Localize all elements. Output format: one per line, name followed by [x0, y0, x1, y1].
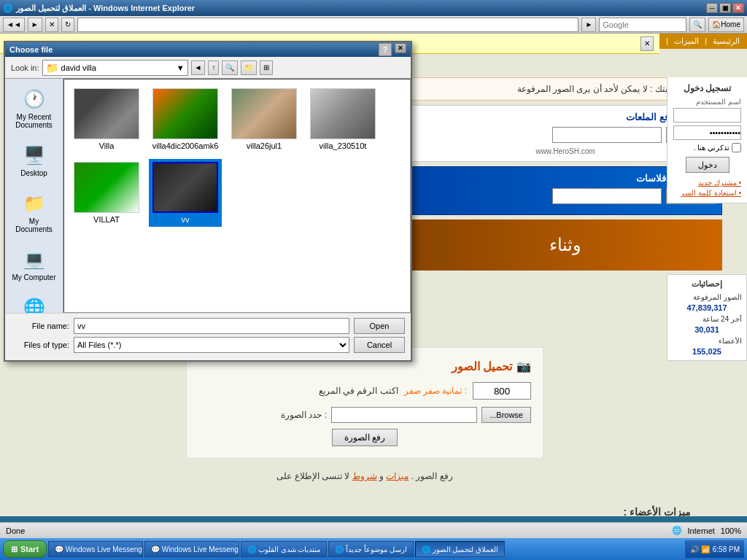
login-button[interactable]: دخول [686, 157, 729, 173]
documents-icon: 📁 [23, 192, 46, 215]
sidebar-documents-label: My Documents [12, 217, 57, 233]
sidebar-item-network[interactable]: 🌐 My Network Places [9, 293, 60, 313]
cancel-button[interactable]: Cancel [354, 337, 405, 353]
minimize-button[interactable]: ─ [706, 3, 718, 13]
notification-close[interactable]: ✕ [640, 36, 654, 51]
back-button[interactable]: ◄◄ [3, 18, 25, 32]
upload-button[interactable]: رفع الصورة [332, 429, 398, 446]
nav-features[interactable]: الميزات [674, 36, 699, 46]
footer-text: رفع الصور . ميزات و شروط لا تنسى الإطلاع… [186, 471, 543, 481]
file-item-villa4[interactable]: villa4dic2006amk6 [149, 85, 222, 153]
nav-home[interactable]: الرئيسية [713, 36, 740, 46]
remember-label: تذكرني هنا . [694, 144, 729, 152]
file-grid[interactable]: Villa villa4dic2006amk6 villa26jul1 vill… [63, 79, 411, 313]
go-button[interactable]: ► [581, 18, 596, 32]
page-upload-area: 📷 تحميل الصور : ثمانية صفر صفر اكتب الرق… [186, 347, 543, 459]
sidebar-item-desktop[interactable]: 🖥️ Desktop [9, 141, 60, 180]
refresh-button[interactable]: ↻ [61, 18, 74, 32]
filename-input[interactable] [74, 318, 349, 334]
zoom-level: 100% [721, 526, 741, 535]
file-item-villa[interactable]: Villa [70, 85, 143, 153]
remember-row: تذكرني هنا . [673, 143, 741, 152]
sidebar-item-recent[interactable]: 🕐 My Recent Documents [9, 85, 60, 132]
file-item-villa230[interactable]: villa_230510t [306, 85, 379, 153]
file-label-villa230: villa_230510t [320, 141, 367, 150]
status-text: Done [6, 526, 25, 535]
day24-value: 30,031 [672, 325, 742, 334]
stop-button[interactable]: ✕ [45, 18, 58, 32]
dialog-controls[interactable]: ? ✕ [379, 43, 406, 56]
captcha-input[interactable] [473, 382, 531, 400]
restore-button[interactable]: ▣ [719, 3, 731, 13]
recover-link[interactable]: • استعادة كلمة السر [673, 189, 741, 197]
open-button[interactable]: Open [354, 318, 405, 334]
file-item-villat[interactable]: VILLAT [70, 159, 143, 227]
sidebar-item-computer[interactable]: 💻 My Computer [9, 245, 60, 284]
password-input[interactable] [673, 125, 741, 140]
forward-button[interactable]: ► [28, 18, 42, 32]
username-input[interactable] [673, 108, 741, 122]
nav-up-button[interactable]: ↑ [208, 61, 219, 75]
ie-toolbar: ◄◄ ► ✕ ↻ ► 🔍 🏠 Home [0, 16, 747, 34]
flash-file-input[interactable] [552, 188, 662, 204]
computer-icon: 💻 [23, 248, 46, 271]
footer-link2[interactable]: ميزات [386, 471, 409, 481]
hero-file-input[interactable] [552, 127, 662, 143]
taskbar-item-3[interactable]: 🌐 ارسل موضوعاً جديداً [328, 541, 413, 557]
links-area: • مشترك جديد • استعادة كلمة السر [673, 179, 741, 197]
zone-label: 🌐 [672, 526, 682, 535]
file-item-villa26[interactable]: villa26jul1 [228, 85, 301, 153]
upload-file-input[interactable] [331, 407, 477, 423]
members-label: الأعضاء [719, 337, 742, 345]
taskbar: ⊞ Start 💬 Windows Live Messenger 💬 Windo… [0, 538, 747, 560]
nav-search-button[interactable]: 🔍 [222, 61, 238, 75]
window-icon: 🌐 [3, 4, 13, 13]
nav-newfolder-button[interactable]: 📁 [241, 61, 257, 75]
dialog-help-button[interactable]: ? [379, 43, 392, 56]
file-thumb-villat [74, 162, 139, 213]
footer-link1[interactable]: شروط [352, 471, 377, 481]
nav-back-button[interactable]: ◄ [191, 61, 206, 75]
file-thumb-vv [152, 162, 218, 213]
title-bar: 🌐 العملاق لتحميل الصور - Windows Interne… [0, 0, 747, 16]
nav-view-button[interactable]: ⊞ [260, 61, 273, 75]
taskbar-item-4[interactable]: 🌐 العملاق لتحميل الصور [415, 541, 505, 557]
network-icon: 🌐 [23, 296, 46, 313]
desktop-icon: 🖥️ [23, 144, 46, 167]
zone-text: Internet [688, 526, 715, 535]
sidebar-computer-label: My Computer [12, 273, 55, 281]
close-button[interactable]: ✕ [732, 3, 744, 13]
members-value: 155,025 [672, 347, 742, 356]
folder-icon: 📁 [46, 62, 58, 74]
dialog-body: 🕐 My Recent Documents 🖥️ Desktop 📁 My Do… [5, 79, 411, 313]
home-button[interactable]: 🏠 Home [708, 18, 744, 32]
title-bar-left: 🌐 العملاق لتحميل الصور - Windows Interne… [3, 4, 195, 13]
dialog-close-button[interactable]: ✕ [395, 43, 406, 53]
filename-row: File name: Open [11, 318, 405, 334]
clock: 6:58 PM [713, 545, 740, 553]
uploaded-value: 47,839,317 [672, 303, 742, 312]
main-area: here for options... ✕ الرئيسية | الميزات… [0, 34, 747, 516]
file-item-vv[interactable]: vv [149, 159, 222, 227]
image-label: : حدد الصورة [281, 410, 327, 420]
taskbar-item-2[interactable]: 🌐 منتديات شدى القلوب [241, 541, 327, 557]
search-box[interactable] [599, 18, 686, 32]
dialog-title-text: Choose file [9, 45, 53, 54]
upload-browse-button[interactable]: Browse... [481, 407, 531, 423]
filetype-select[interactable]: All Files (*.*) [74, 337, 349, 353]
upload-title-text: تحميل الصور [452, 359, 512, 373]
search-button[interactable]: 🔍 [689, 18, 705, 32]
window-controls[interactable]: ─ ▣ ✕ [706, 3, 744, 13]
window-title: العملاق لتحميل الصور - Windows Internet … [16, 4, 195, 13]
system-tray: 🔊 📶 6:58 PM [685, 540, 744, 558]
taskbar-item-0[interactable]: 💬 Windows Live Messenger [48, 541, 143, 557]
status-bar: Done 🌐 Internet 100% [0, 522, 747, 538]
remember-checkbox[interactable] [732, 143, 741, 152]
address-bar[interactable] [77, 18, 579, 32]
start-button[interactable]: ⊞ Start [3, 540, 47, 558]
look-in-combo[interactable]: 📁 david villa ▼ [42, 60, 188, 76]
register-link[interactable]: • مشترك جديد [673, 179, 741, 187]
sidebar-recent-label: My Recent Documents [12, 113, 57, 129]
sidebar-item-documents[interactable]: 📁 My Documents [9, 189, 60, 236]
taskbar-item-1[interactable]: 💬 Windows Live Messenger [144, 541, 239, 557]
